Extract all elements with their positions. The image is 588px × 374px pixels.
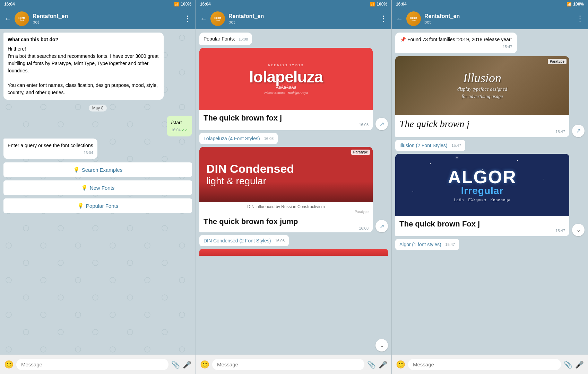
chat-header-2: ← Renta font Rentafont_en bot ⋮	[196, 8, 391, 29]
status-bar-2: 16:04 📶 100%	[196, 0, 391, 8]
scroll-down-button-3[interactable]: ⌄	[572, 224, 585, 236]
chat-header-1: ← Renta font Rentafont_en bot ⋮	[0, 8, 196, 29]
search-examples-icon: 💡	[73, 167, 80, 173]
din-preview: The quick brown fox jump 16:08	[199, 215, 373, 232]
din-row: DIN Condensed light & regular Paratype D…	[199, 147, 388, 232]
msg-bot-intro: What can this bot do? Hi there!I'm a bot…	[3, 33, 164, 100]
menu-icon-1[interactable]: ⋮	[184, 14, 191, 23]
next-card-hint	[199, 249, 388, 256]
wifi-icon: 📶	[174, 2, 179, 7]
msg-start-text: /start	[171, 120, 182, 125]
header-subtitle-3: bot	[424, 19, 573, 25]
found-text: 📌 Found 73 font families "2019, 2018 rel…	[400, 37, 512, 42]
msg-query-text: Enter a query or see the font collection…	[8, 143, 93, 148]
algor-row: ALGOR Irregular Latin Ελληνικά · Кирилиц…	[395, 154, 585, 236]
header-info-2: Rentafont_en bot	[228, 13, 376, 25]
header-name-2: Rentafont_en	[228, 13, 376, 19]
input-bar-1: 🙂 📎 🎤	[0, 355, 196, 374]
popular-fonts-button[interactable]: 💡 Popular Fonts	[3, 198, 192, 213]
din-link-row: DIN Condensed (2 Font Styles) 16:08	[199, 235, 289, 246]
chat-header-3: ← Renta font Rentafont_en bot ⋮	[392, 8, 588, 29]
back-button-2[interactable]: ←	[200, 15, 207, 23]
attach-button-1[interactable]: 📎	[171, 360, 180, 369]
found-time: 15:47	[400, 44, 512, 50]
input-bar-2: 🙂 📎 🎤	[196, 355, 391, 374]
new-fonts-label: New Fonts	[90, 185, 115, 191]
panel-2: 16:04 📶 100% ← Renta font Rentafont_en b…	[196, 0, 392, 374]
wifi-icon-2: 📶	[370, 2, 375, 7]
header-name-1: Rentafont_en	[33, 13, 180, 19]
panel-3: 16:04 📶 100% ← Renta font Rentafont_en b…	[392, 0, 588, 374]
illusion-card: Illusion display typeface designedfor ad…	[395, 56, 569, 137]
din-card-time: 16:08	[204, 226, 369, 230]
message-input-3[interactable]	[408, 359, 561, 370]
msg-start: /start 16:04 ✓✓	[167, 116, 192, 136]
scroll-down-button-2[interactable]: ⌄	[375, 339, 388, 351]
mic-button-2[interactable]: 🎤	[379, 360, 387, 369]
header-info-1: Rentafont_en bot	[33, 13, 180, 25]
algor-card-time: 15:47	[399, 229, 565, 233]
illusion-image: Illusion display typeface designedfor ad…	[395, 56, 569, 115]
new-fonts-button[interactable]: 💡 New Fonts	[3, 180, 192, 195]
mic-button-1[interactable]: 🎤	[183, 360, 191, 369]
lolapeluza-share-button[interactable]: ↗	[375, 118, 388, 130]
panel-1: 16:04 📶 100% ← Renta font Rentafont_en b…	[0, 0, 196, 374]
din-share-button[interactable]: ↗	[375, 220, 388, 232]
din-link[interactable]: DIN Condensed (2 Font Styles)	[204, 238, 271, 243]
header-name-3: Rentafont_en	[424, 13, 573, 19]
emoji-button-2[interactable]: 🙂	[200, 360, 209, 369]
attach-button-3[interactable]: 📎	[564, 360, 572, 369]
illusion-share-button[interactable]: ↗	[572, 125, 585, 137]
msg-enter-query: Enter a query or see the font collection…	[3, 139, 97, 159]
status-bar-1: 16:04 📶 100%	[0, 0, 196, 8]
input-bar-3: 🙂 📎 🎤	[392, 355, 588, 374]
din-subtitle: DIN influenced by Russian Constructivism…	[199, 202, 373, 215]
new-fonts-icon: 💡	[81, 185, 88, 191]
illusion-link-row: Illusion (2 Font Styles) 15:47	[395, 140, 465, 151]
header-info-3: Rentafont_en bot	[424, 13, 573, 25]
mic-button-3[interactable]: 🎤	[575, 360, 584, 369]
din-image: DIN Condensed light & regular Paratype	[199, 147, 373, 202]
message-input-1[interactable]	[16, 359, 168, 370]
illusion-card-time: 15:47	[399, 130, 565, 134]
status-bar-3: 16:04 📶 100%	[392, 0, 588, 8]
algor-link-time: 15:47	[446, 242, 455, 247]
menu-icon-3[interactable]: ⋮	[576, 14, 584, 23]
paratype-label: Paratype	[351, 150, 370, 155]
back-button-1[interactable]: ←	[4, 15, 11, 23]
popular-label-text: Popular Fonts:	[204, 36, 235, 42]
paratype-label-illusion: Paratype	[548, 59, 567, 64]
din-card: DIN Condensed light & regular Paratype D…	[199, 147, 373, 232]
algor-image: ALGOR Irregular Latin Ελληνικά · Кирилиц…	[395, 154, 569, 216]
menu-icon-2[interactable]: ⋮	[380, 14, 387, 23]
search-examples-button[interactable]: 💡 Search Examples	[3, 162, 192, 177]
back-button-3[interactable]: ←	[396, 15, 403, 23]
attach-button-2[interactable]: 📎	[367, 360, 376, 369]
lolapeluza-card: RODRIGO TYPO⊕ lolapeluza AaAaAaAa Héctor…	[199, 48, 373, 130]
emoji-button-1[interactable]: 🙂	[4, 360, 14, 369]
wifi-icon-3: 📶	[567, 2, 572, 7]
msg-body: Hi there!I'm a bot that searches and rec…	[8, 45, 159, 96]
lolapeluza-link[interactable]: Lolapeluza (4 Font Styles)	[204, 136, 260, 141]
lolapeluza-sample-text: The quick brown fox j	[204, 114, 369, 123]
lolapeluza-link-time: 16:08	[264, 136, 274, 141]
lolapeluza-image: RODRIGO TYPO⊕ lolapeluza AaAaAaAa Héctor…	[199, 48, 373, 110]
avatar-2: Renta font	[210, 11, 225, 26]
din-desc: DIN influenced by Russian Constructivism	[204, 204, 369, 209]
message-input-2[interactable]	[212, 359, 364, 370]
lolapeluza-preview: The quick brown fox j 16:08	[199, 110, 373, 130]
chat-area-1: What can this bot do? Hi there!I'm a bot…	[0, 29, 196, 355]
lolapeluza-row: RODRIGO TYPO⊕ lolapeluza AaAaAaAa Héctor…	[199, 48, 388, 130]
msg-title: What can this bot do?	[8, 36, 159, 43]
status-time-2: 16:04	[200, 2, 211, 7]
popular-fonts-label: Popular Fonts	[86, 203, 118, 209]
illusion-row: Illusion display typeface designedfor ad…	[395, 56, 585, 137]
popular-fonts-label: Popular Fonts: 16:08	[199, 33, 252, 45]
emoji-button-3[interactable]: 🙂	[396, 360, 405, 369]
chat-area-3: 📌 Found 73 font families "2019, 2018 rel…	[392, 29, 588, 355]
din-link-time: 16:08	[275, 239, 285, 243]
illusion-link[interactable]: Illusion (2 Font Styles)	[399, 143, 448, 148]
header-subtitle-1: bot	[33, 19, 180, 25]
algor-link[interactable]: Algor (1 font styles)	[399, 242, 441, 247]
avatar-1: Renta font	[15, 11, 29, 26]
